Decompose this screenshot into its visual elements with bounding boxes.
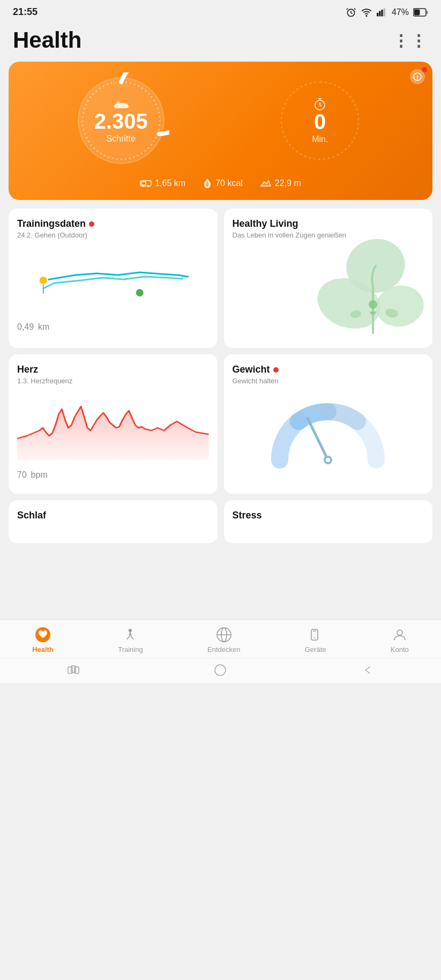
- nav-geraete-label: Geräte: [305, 645, 326, 654]
- svg-rect-5: [383, 8, 385, 16]
- herz-card[interactable]: Herz 1.3. Herzfrequenz 70 bpm: [9, 354, 218, 494]
- distance-icon: [140, 179, 152, 188]
- nav-entdecken-label: Entdecken: [207, 645, 240, 654]
- wifi-icon: [361, 7, 372, 18]
- svg-point-17: [142, 185, 144, 187]
- battery-icon: [413, 8, 428, 17]
- svg-rect-7: [414, 9, 420, 15]
- svg-point-37: [314, 637, 315, 639]
- svg-point-19: [39, 276, 48, 285]
- battery-label: 47%: [392, 8, 409, 17]
- gewicht-card[interactable]: Gewicht Gewicht halten: [224, 354, 433, 494]
- svg-point-21: [136, 288, 144, 297]
- training-card-title: Trainingsdaten: [17, 218, 209, 229]
- gewicht-card-title: Gewicht: [233, 364, 424, 375]
- healthy-living-illustration: [233, 239, 424, 336]
- shoe-icon: [113, 98, 130, 110]
- schlaf-card[interactable]: Schlaf: [9, 500, 218, 543]
- svg-line-28: [308, 418, 328, 460]
- training-card[interactable]: Trainingsdaten 24.2. Gehen (Outdoor) 0,4…: [9, 209, 218, 348]
- stress-title: Stress: [233, 510, 424, 521]
- hero-calories: 70 kcal: [203, 177, 243, 189]
- svg-rect-2: [377, 12, 378, 16]
- hero-distance: 1,65 km: [140, 177, 185, 189]
- hero-stats-row: 1,65 km 70 kcal 22,9 m: [21, 177, 420, 189]
- schlaf-title: Schlaf: [17, 510, 209, 521]
- hero-elevation: 22,9 m: [260, 177, 301, 189]
- svg-rect-8: [427, 11, 428, 14]
- nav-health-label: Health: [32, 645, 54, 654]
- training-card-subtitle: 24.2. Gehen (Outdoor): [17, 231, 209, 239]
- svg-rect-16: [141, 182, 146, 185]
- herz-card-subtitle: 1.3. Herzfrequenz: [17, 377, 209, 385]
- timer-icon: [313, 97, 327, 111]
- svg-point-30: [326, 458, 330, 462]
- nav-geraete[interactable]: Geräte: [298, 624, 333, 656]
- svg-point-43: [215, 665, 226, 675]
- herz-card-title: Herz: [17, 364, 209, 375]
- svg-point-39: [397, 630, 402, 635]
- android-nav-bar: [0, 658, 441, 683]
- svg-point-32: [129, 629, 132, 632]
- training-distance: 0,49 km: [17, 316, 209, 333]
- training-map: [17, 246, 209, 310]
- app-title: Health: [13, 27, 81, 53]
- bottom-nav-wrapper: Health Training Entdecken: [0, 619, 441, 683]
- elevation-icon: [260, 179, 272, 188]
- training-notification-dot: [89, 221, 94, 227]
- nav-konto-label: Konto: [391, 645, 409, 654]
- geraete-nav-icon: [307, 626, 324, 643]
- svg-rect-3: [379, 11, 380, 16]
- nav-training-label: Training: [118, 645, 143, 654]
- nav-training[interactable]: Training: [111, 624, 149, 656]
- healthy-living-title: Healthy Living: [233, 218, 424, 229]
- heart-value: 70 bpm: [17, 464, 209, 481]
- heart-chart: [17, 390, 209, 460]
- app-header: Health ⋮⋮: [0, 22, 441, 62]
- nav-konto[interactable]: Konto: [384, 624, 415, 656]
- hero-elevation-value: 22,9 m: [275, 179, 301, 188]
- hero-distance-value: 1,65 km: [155, 179, 185, 188]
- heart-unit: bpm: [31, 470, 48, 479]
- steps-label: Schritte: [107, 134, 136, 144]
- cards-grid: Trainingsdaten 24.2. Gehen (Outdoor) 0,4…: [0, 209, 441, 494]
- android-back-icon[interactable]: [360, 663, 375, 678]
- gewicht-notification-dot: [273, 367, 279, 373]
- notification-dot: [422, 67, 427, 72]
- minutes-circle: 0 Min.: [272, 72, 368, 169]
- calories-icon: [203, 177, 212, 189]
- health-nav-icon: [34, 626, 51, 643]
- status-right-icons: 47%: [346, 7, 428, 18]
- nav-health[interactable]: Health: [26, 624, 60, 656]
- training-distance-unit: km: [38, 322, 49, 331]
- steps-value: 2.305: [94, 110, 148, 132]
- bottom-nav: Health Training Entdecken: [0, 620, 441, 658]
- more-button[interactable]: ⋮⋮: [393, 31, 428, 50]
- svg-point-1: [366, 15, 367, 16]
- svg-point-25: [369, 300, 377, 309]
- hero-calories-value: 70 kcal: [215, 179, 243, 188]
- svg-text:i: i: [417, 75, 418, 80]
- minutes-value: 0: [314, 111, 326, 132]
- training-nav-icon: [122, 626, 139, 643]
- hero-metrics: 2.305 Schritte 0 Min.: [21, 72, 420, 169]
- bottom-cards-row: Schlaf Stress: [0, 500, 441, 543]
- entdecken-nav-icon: [215, 626, 233, 643]
- status-bar: 21:55 47%: [0, 0, 441, 22]
- weight-gauge: [233, 385, 424, 471]
- android-home-icon[interactable]: [213, 663, 228, 678]
- healthy-living-card[interactable]: Healthy Living Das Leben in vollen Zügen…: [224, 209, 433, 348]
- steps-circle: 2.305 Schritte: [73, 72, 169, 169]
- nav-entdecken[interactable]: Entdecken: [201, 624, 246, 656]
- svg-rect-4: [381, 10, 383, 17]
- konto-nav-icon: [391, 626, 408, 643]
- gewicht-card-subtitle: Gewicht halten: [233, 377, 424, 385]
- minutes-label: Min.: [312, 135, 328, 144]
- status-time: 21:55: [13, 6, 38, 18]
- svg-point-18: [147, 185, 150, 187]
- android-recents-icon[interactable]: [66, 663, 81, 678]
- hero-card: i 2.305 Schritte: [9, 62, 432, 200]
- stress-card[interactable]: Stress: [224, 500, 433, 543]
- signal-icon: [377, 8, 387, 17]
- alarm-icon: [346, 7, 356, 18]
